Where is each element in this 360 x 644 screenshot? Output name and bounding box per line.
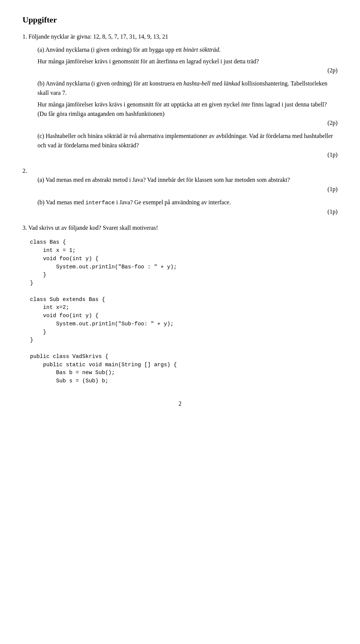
question-1: 1. Följande nycklar är givna: 12, 8, 5, …: [22, 32, 338, 160]
page-number: 2: [22, 400, 338, 407]
q1-part-b: (b) Använd nycklarna (i given ordning) f…: [38, 79, 338, 128]
q1-part-b3-points: (2p): [38, 118, 338, 128]
q2-part-b-points: (1p): [38, 207, 338, 217]
q1-intro: 1. Följande nycklar är givna: 12, 8, 5, …: [22, 32, 338, 42]
q2-header: 2.: [22, 166, 338, 176]
q1-part-b1-text: Hur många jämförelser krävs i genomsnitt…: [38, 57, 338, 66]
q3-header: 3. Vad skrivs ut av följande kod? Svaret…: [22, 223, 338, 233]
q1-part-c-points: (1p): [38, 150, 338, 160]
q1-part-b1-points: (2p): [38, 66, 338, 75]
q1-part-a: (a) Använd nycklarna (i given ordning) f…: [38, 45, 338, 75]
q3-code: class Bas { int x = 1; void foo(int y) {…: [30, 238, 338, 385]
page-title: Uppgifter: [22, 15, 338, 25]
q1-part-b3-text: Hur många jämförelser krävs krävs i geno…: [38, 100, 338, 119]
q2-part-a-points: (1p): [38, 185, 338, 194]
q1-part-c: (c) Hashtabeller och binära sökträd är t…: [38, 132, 338, 159]
q2-part-a: (a) Vad menas med en abstrakt metod i Ja…: [38, 175, 338, 194]
q2-part-b: (b) Vad menas med interface i Java? Ge e…: [38, 198, 338, 217]
question-3: 3. Vad skrivs ut av följande kod? Svaret…: [22, 223, 338, 385]
question-2: 2. (a) Vad menas med en abstrakt metod i…: [22, 166, 338, 217]
